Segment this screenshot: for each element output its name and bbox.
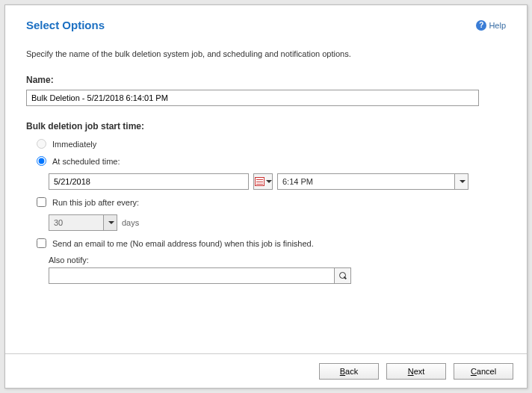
- time-select[interactable]: 6:14 PM: [277, 173, 468, 190]
- also-notify-input[interactable]: [49, 268, 334, 283]
- scheduled-option: At scheduled time:: [26, 156, 506, 166]
- also-notify-field: Also notify:: [49, 256, 506, 284]
- calendar-icon: [255, 177, 265, 186]
- name-section: Name:: [26, 75, 506, 106]
- help-link[interactable]: ? Help: [476, 20, 506, 31]
- scheduled-datetime-row: 6:14 PM: [49, 173, 506, 190]
- date-picker-button[interactable]: [253, 173, 273, 190]
- search-icon: [338, 271, 347, 280]
- also-notify-wrap: [49, 267, 351, 284]
- instruction-text: Specify the name of the bulk deletion sy…: [26, 49, 506, 58]
- scheduled-label: At scheduled time:: [52, 157, 120, 166]
- notify-checkbox[interactable]: [37, 238, 46, 248]
- start-time-section: Bulk deletion job start time: Immediatel…: [26, 121, 506, 284]
- immediately-radio[interactable]: [37, 139, 46, 149]
- immediately-label: Immediately: [52, 140, 96, 149]
- repeat-checkbox[interactable]: [37, 197, 46, 207]
- dialog-title: Select Options: [26, 19, 105, 31]
- scheduled-radio[interactable]: [37, 156, 46, 166]
- name-label: Name:: [26, 75, 506, 85]
- chevron-down-icon: [460, 180, 466, 183]
- dialog-header: Select Options ? Help: [26, 19, 506, 31]
- start-time-label: Bulk deletion job start time:: [26, 121, 506, 131]
- repeat-unit: days: [122, 218, 139, 227]
- notify-option: Send an email to me (No email address fo…: [26, 238, 506, 248]
- immediately-option: Immediately: [26, 139, 506, 149]
- name-input[interactable]: [26, 90, 479, 106]
- lookup-button[interactable]: [334, 268, 350, 283]
- select-options-dialog: Select Options ? Help Specify the name o…: [4, 4, 528, 389]
- repeat-option: Run this job after every:: [26, 197, 506, 207]
- repeat-days-select[interactable]: 30: [49, 214, 117, 231]
- time-dropdown-button[interactable]: [454, 174, 468, 189]
- notify-label: Send an email to me (No email address fo…: [52, 239, 314, 248]
- chevron-down-icon: [266, 180, 272, 183]
- also-notify-label: Also notify:: [49, 256, 506, 264]
- time-value: 6:14 PM: [282, 177, 313, 186]
- repeat-dropdown-button: [103, 215, 117, 230]
- chevron-down-icon: [108, 221, 114, 224]
- next-button[interactable]: Next: [386, 363, 446, 380]
- help-label: Help: [489, 21, 506, 30]
- help-icon: ?: [476, 20, 486, 31]
- repeat-label: Run this job after every:: [52, 198, 139, 207]
- cancel-button[interactable]: Cancel: [454, 363, 513, 380]
- repeat-value-row: 30 days: [49, 214, 506, 231]
- dialog-footer: Back Next Cancel: [5, 353, 527, 388]
- back-button[interactable]: Back: [319, 363, 379, 380]
- date-input[interactable]: [49, 173, 249, 190]
- repeat-value: 30: [54, 218, 63, 227]
